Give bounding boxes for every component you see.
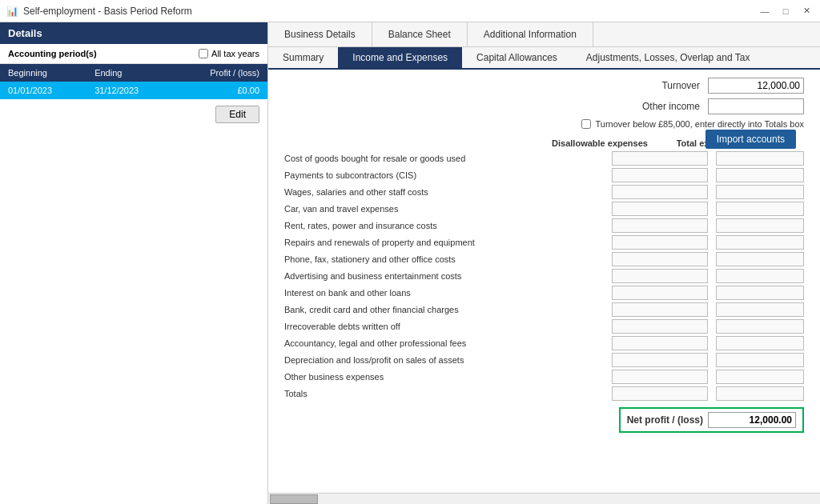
expense-total-input[interactable] [716, 386, 804, 401]
col-profit: Profit / (loss) [173, 64, 267, 82]
import-accounts-button[interactable]: Import accounts [705, 130, 796, 149]
other-income-input[interactable] [708, 98, 804, 114]
table-row[interactable]: 01/01/202331/12/2023£0.00 [0, 82, 267, 99]
expense-disallowable-input[interactable] [612, 353, 708, 367]
expense-disallowable-input[interactable] [612, 185, 708, 199]
turnover-checkbox-label: Turnover below £85,000, enter directly i… [596, 119, 804, 129]
expense-disallowable-input[interactable] [612, 370, 708, 384]
window-title: Self-employment - Basis Period Reform [23, 6, 192, 17]
table-cell-ending: 31/12/2023 [86, 82, 173, 99]
turnover-label: Turnover [661, 80, 700, 91]
expense-total-input[interactable] [716, 202, 804, 216]
expense-disallowable-input[interactable] [612, 218, 708, 233]
expense-row: Bank, credit card and other financial ch… [284, 302, 804, 317]
expense-name: Rent, rates, power and insurance costs [284, 221, 612, 230]
expense-total-input[interactable] [716, 151, 804, 166]
expense-total-input[interactable] [716, 185, 804, 199]
expense-name: Car, van and travel expenses [284, 204, 612, 214]
top-tab-2[interactable]: Additional Information [468, 22, 593, 46]
accounting-period-label: Accounting period(s) [8, 49, 97, 58]
content-area: Turnover Other income Turnover below £85… [268, 70, 820, 493]
edit-button[interactable]: Edit [215, 106, 259, 123]
app-icon: 📊 [6, 6, 18, 17]
expense-total-input[interactable] [716, 218, 804, 233]
net-profit-label: Net profit / (loss) [627, 414, 703, 426]
expense-name: Totals [284, 389, 612, 398]
expense-disallowable-input[interactable] [612, 151, 708, 166]
expense-row: Depreciation and loss/profit on sales of… [284, 353, 804, 367]
top-tab-1[interactable]: Balance Sheet [372, 22, 468, 46]
minimize-button[interactable]: — [758, 4, 772, 18]
net-profit-input[interactable] [708, 412, 796, 428]
main-container: Details Accounting period(s) All tax yea… [0, 22, 820, 504]
accounting-period-header: Accounting period(s) All tax years [0, 44, 267, 64]
sub-tab-0[interactable]: Summary [268, 47, 338, 68]
expense-disallowable-input[interactable] [612, 202, 708, 216]
turnover-input[interactable] [708, 78, 804, 94]
expense-name: Bank, credit card and other financial ch… [284, 305, 612, 314]
sub-tab-1[interactable]: Income and Expenses [338, 47, 462, 68]
col-beginning: Beginning [0, 64, 86, 82]
expense-total-input[interactable] [716, 353, 804, 367]
close-window-button[interactable]: ✕ [799, 4, 814, 18]
expense-total-input[interactable] [716, 319, 804, 334]
other-income-label: Other income [642, 101, 700, 112]
expense-total-input[interactable] [716, 269, 804, 283]
expense-row: Payments to subcontractors (CIS) [284, 168, 804, 182]
period-table: Beginning Ending Profit / (loss) 01/01/2… [0, 64, 267, 99]
sub-tab-2[interactable]: Capital Allowances [462, 47, 572, 68]
expense-total-input[interactable] [716, 302, 804, 317]
expense-row: Repairs and renewals of property and equ… [284, 235, 804, 250]
details-title: Details [8, 27, 42, 39]
turnover-checkbox-row: Turnover below £85,000, enter directly i… [284, 119, 804, 129]
expense-disallowable-input[interactable] [612, 168, 708, 182]
expense-row: Car, van and travel expenses [284, 202, 804, 216]
top-tabs: Business DetailsBalance SheetAdditional … [268, 22, 820, 47]
expense-disallowable-input[interactable] [612, 302, 708, 317]
sub-tab-3[interactable]: Adjustments, Losses, Overlap and Tax [572, 47, 765, 68]
expense-name: Irrecoverable debts written off [284, 322, 612, 331]
expense-total-input[interactable] [716, 370, 804, 384]
turnover-below-checkbox[interactable] [581, 119, 591, 129]
expense-name: Wages, salaries and other staff costs [284, 187, 612, 197]
expense-disallowable-input[interactable] [612, 269, 708, 283]
expense-total-input[interactable] [716, 336, 804, 350]
all-tax-years-checkbox[interactable] [199, 49, 208, 58]
sub-tabs: SummaryIncome and ExpensesCapital Allowa… [268, 47, 820, 70]
horizontal-scrollbar[interactable] [268, 493, 820, 504]
expense-name: Interest on bank and other loans [284, 288, 612, 298]
expense-total-input[interactable] [716, 168, 804, 182]
edit-btn-container: Edit [0, 99, 267, 130]
expense-row: Wages, salaries and other staff costs [284, 185, 804, 199]
expense-label-col-header [284, 138, 548, 148]
period-table-header-row: Beginning Ending Profit / (loss) [0, 64, 267, 82]
expense-name: Accountancy, legal and other professiona… [284, 338, 612, 348]
expense-disallowable-input[interactable] [612, 235, 708, 250]
title-bar: 📊 Self-employment - Basis Period Reform … [0, 0, 820, 22]
expense-disallowable-input[interactable] [612, 319, 708, 334]
expense-total-input[interactable] [716, 252, 804, 266]
turnover-row: Turnover [284, 78, 804, 94]
expense-disallowable-input[interactable] [612, 286, 708, 300]
expense-name: Depreciation and loss/profit on sales of… [284, 355, 612, 365]
right-panel: Business DetailsBalance SheetAdditional … [268, 22, 820, 504]
expense-disallowable-input[interactable] [612, 336, 708, 350]
expense-row: Rent, rates, power and insurance costs [284, 218, 804, 233]
left-panel: Details Accounting period(s) All tax yea… [0, 22, 268, 504]
expense-row: Other business expenses [284, 370, 804, 384]
expense-disallowable-input[interactable] [612, 386, 708, 401]
disallowable-header: Disallowable expenses [548, 138, 652, 148]
expense-total-input[interactable] [716, 286, 804, 300]
window-controls: — □ ✕ [758, 4, 814, 18]
expense-row: Cost of goods bought for resale or goods… [284, 151, 804, 166]
details-header: Details [0, 22, 267, 44]
horizontal-scrollbar-thumb[interactable] [270, 494, 318, 504]
expense-disallowable-input[interactable] [612, 252, 708, 266]
expense-name: Phone, fax, stationery and other office … [284, 254, 612, 264]
expense-name: Payments to subcontractors (CIS) [284, 170, 612, 180]
expense-row: Accountancy, legal and other professiona… [284, 336, 804, 350]
expense-name: Other business expenses [284, 372, 612, 382]
maximize-button[interactable]: □ [778, 4, 793, 18]
top-tab-0[interactable]: Business Details [268, 22, 372, 46]
expense-total-input[interactable] [716, 235, 804, 250]
